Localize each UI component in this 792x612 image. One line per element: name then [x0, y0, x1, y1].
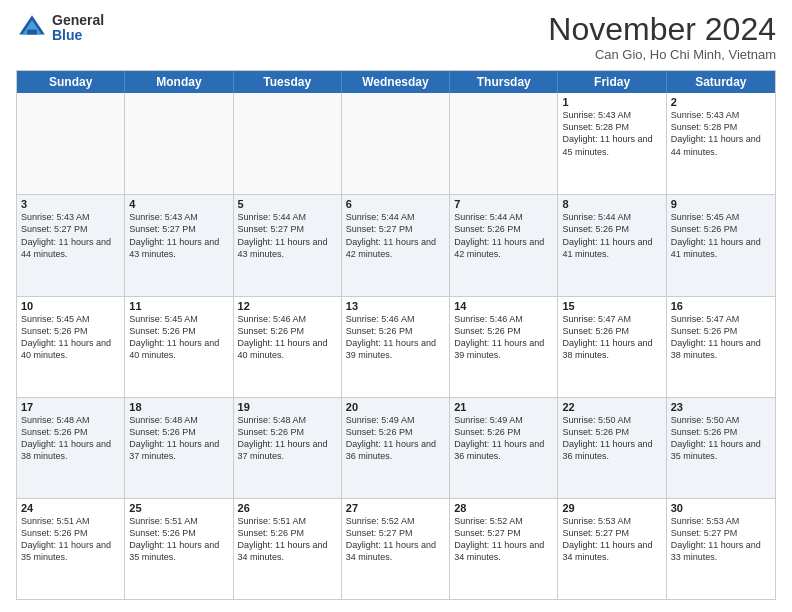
- table-row: 1Sunrise: 5:43 AMSunset: 5:28 PMDaylight…: [558, 93, 666, 194]
- day-number: 25: [129, 502, 228, 514]
- weekday-header-saturday: Saturday: [667, 71, 775, 93]
- table-row: 16Sunrise: 5:47 AMSunset: 5:26 PMDayligh…: [667, 297, 775, 397]
- day-number: 9: [671, 198, 771, 210]
- day-number: 28: [454, 502, 553, 514]
- day-info: Sunrise: 5:46 AMSunset: 5:26 PMDaylight:…: [238, 313, 337, 362]
- table-row: 12Sunrise: 5:46 AMSunset: 5:26 PMDayligh…: [234, 297, 342, 397]
- table-row: 14Sunrise: 5:46 AMSunset: 5:26 PMDayligh…: [450, 297, 558, 397]
- table-row: 9Sunrise: 5:45 AMSunset: 5:26 PMDaylight…: [667, 195, 775, 295]
- calendar-header: SundayMondayTuesdayWednesdayThursdayFrid…: [17, 71, 775, 93]
- calendar-body: 1Sunrise: 5:43 AMSunset: 5:28 PMDaylight…: [17, 93, 775, 599]
- weekday-header-friday: Friday: [558, 71, 666, 93]
- day-number: 4: [129, 198, 228, 210]
- day-number: 2: [671, 96, 771, 108]
- day-info: Sunrise: 5:49 AMSunset: 5:26 PMDaylight:…: [454, 414, 553, 463]
- page: General Blue November 2024 Can Gio, Ho C…: [0, 0, 792, 612]
- calendar-week-5: 24Sunrise: 5:51 AMSunset: 5:26 PMDayligh…: [17, 498, 775, 599]
- day-number: 11: [129, 300, 228, 312]
- table-row: 17Sunrise: 5:48 AMSunset: 5:26 PMDayligh…: [17, 398, 125, 498]
- table-row: 23Sunrise: 5:50 AMSunset: 5:26 PMDayligh…: [667, 398, 775, 498]
- calendar-week-4: 17Sunrise: 5:48 AMSunset: 5:26 PMDayligh…: [17, 397, 775, 498]
- day-number: 13: [346, 300, 445, 312]
- table-row: 4Sunrise: 5:43 AMSunset: 5:27 PMDaylight…: [125, 195, 233, 295]
- day-info: Sunrise: 5:48 AMSunset: 5:26 PMDaylight:…: [21, 414, 120, 463]
- day-info: Sunrise: 5:53 AMSunset: 5:27 PMDaylight:…: [671, 515, 771, 564]
- day-number: 1: [562, 96, 661, 108]
- day-info: Sunrise: 5:44 AMSunset: 5:26 PMDaylight:…: [562, 211, 661, 260]
- table-row: [450, 93, 558, 194]
- logo-blue-text: Blue: [52, 28, 104, 43]
- day-info: Sunrise: 5:44 AMSunset: 5:27 PMDaylight:…: [346, 211, 445, 260]
- logo-text: General Blue: [52, 13, 104, 44]
- table-row: 20Sunrise: 5:49 AMSunset: 5:26 PMDayligh…: [342, 398, 450, 498]
- table-row: 6Sunrise: 5:44 AMSunset: 5:27 PMDaylight…: [342, 195, 450, 295]
- day-number: 17: [21, 401, 120, 413]
- day-info: Sunrise: 5:53 AMSunset: 5:27 PMDaylight:…: [562, 515, 661, 564]
- day-number: 21: [454, 401, 553, 413]
- weekday-header-tuesday: Tuesday: [234, 71, 342, 93]
- day-number: 27: [346, 502, 445, 514]
- table-row: 19Sunrise: 5:48 AMSunset: 5:26 PMDayligh…: [234, 398, 342, 498]
- day-info: Sunrise: 5:43 AMSunset: 5:28 PMDaylight:…: [562, 109, 661, 158]
- logo-icon: [16, 12, 48, 44]
- day-number: 23: [671, 401, 771, 413]
- table-row: 8Sunrise: 5:44 AMSunset: 5:26 PMDaylight…: [558, 195, 666, 295]
- day-info: Sunrise: 5:49 AMSunset: 5:26 PMDaylight:…: [346, 414, 445, 463]
- day-number: 7: [454, 198, 553, 210]
- table-row: 10Sunrise: 5:45 AMSunset: 5:26 PMDayligh…: [17, 297, 125, 397]
- table-row: 26Sunrise: 5:51 AMSunset: 5:26 PMDayligh…: [234, 499, 342, 599]
- table-row: 24Sunrise: 5:51 AMSunset: 5:26 PMDayligh…: [17, 499, 125, 599]
- table-row: 22Sunrise: 5:50 AMSunset: 5:26 PMDayligh…: [558, 398, 666, 498]
- day-number: 22: [562, 401, 661, 413]
- table-row: [342, 93, 450, 194]
- table-row: 29Sunrise: 5:53 AMSunset: 5:27 PMDayligh…: [558, 499, 666, 599]
- day-number: 16: [671, 300, 771, 312]
- table-row: 21Sunrise: 5:49 AMSunset: 5:26 PMDayligh…: [450, 398, 558, 498]
- day-number: 26: [238, 502, 337, 514]
- day-number: 29: [562, 502, 661, 514]
- day-number: 24: [21, 502, 120, 514]
- day-info: Sunrise: 5:43 AMSunset: 5:28 PMDaylight:…: [671, 109, 771, 158]
- table-row: 3Sunrise: 5:43 AMSunset: 5:27 PMDaylight…: [17, 195, 125, 295]
- table-row: 2Sunrise: 5:43 AMSunset: 5:28 PMDaylight…: [667, 93, 775, 194]
- day-info: Sunrise: 5:43 AMSunset: 5:27 PMDaylight:…: [129, 211, 228, 260]
- day-info: Sunrise: 5:50 AMSunset: 5:26 PMDaylight:…: [562, 414, 661, 463]
- table-row: 30Sunrise: 5:53 AMSunset: 5:27 PMDayligh…: [667, 499, 775, 599]
- day-info: Sunrise: 5:45 AMSunset: 5:26 PMDaylight:…: [21, 313, 120, 362]
- table-row: 13Sunrise: 5:46 AMSunset: 5:26 PMDayligh…: [342, 297, 450, 397]
- day-info: Sunrise: 5:52 AMSunset: 5:27 PMDaylight:…: [346, 515, 445, 564]
- table-row: 28Sunrise: 5:52 AMSunset: 5:27 PMDayligh…: [450, 499, 558, 599]
- month-title: November 2024: [548, 12, 776, 47]
- weekday-header-monday: Monday: [125, 71, 233, 93]
- day-info: Sunrise: 5:44 AMSunset: 5:27 PMDaylight:…: [238, 211, 337, 260]
- day-number: 18: [129, 401, 228, 413]
- table-row: [125, 93, 233, 194]
- day-number: 10: [21, 300, 120, 312]
- table-row: 5Sunrise: 5:44 AMSunset: 5:27 PMDaylight…: [234, 195, 342, 295]
- logo-general-text: General: [52, 13, 104, 28]
- day-info: Sunrise: 5:48 AMSunset: 5:26 PMDaylight:…: [238, 414, 337, 463]
- day-number: 30: [671, 502, 771, 514]
- day-info: Sunrise: 5:51 AMSunset: 5:26 PMDaylight:…: [238, 515, 337, 564]
- day-number: 3: [21, 198, 120, 210]
- header: General Blue November 2024 Can Gio, Ho C…: [16, 12, 776, 62]
- weekday-header-thursday: Thursday: [450, 71, 558, 93]
- day-info: Sunrise: 5:46 AMSunset: 5:26 PMDaylight:…: [346, 313, 445, 362]
- day-info: Sunrise: 5:48 AMSunset: 5:26 PMDaylight:…: [129, 414, 228, 463]
- location: Can Gio, Ho Chi Minh, Vietnam: [548, 47, 776, 62]
- table-row: 25Sunrise: 5:51 AMSunset: 5:26 PMDayligh…: [125, 499, 233, 599]
- day-info: Sunrise: 5:50 AMSunset: 5:26 PMDaylight:…: [671, 414, 771, 463]
- day-number: 8: [562, 198, 661, 210]
- table-row: [17, 93, 125, 194]
- day-number: 14: [454, 300, 553, 312]
- day-info: Sunrise: 5:52 AMSunset: 5:27 PMDaylight:…: [454, 515, 553, 564]
- table-row: 18Sunrise: 5:48 AMSunset: 5:26 PMDayligh…: [125, 398, 233, 498]
- table-row: 7Sunrise: 5:44 AMSunset: 5:26 PMDaylight…: [450, 195, 558, 295]
- day-info: Sunrise: 5:51 AMSunset: 5:26 PMDaylight:…: [21, 515, 120, 564]
- table-row: 11Sunrise: 5:45 AMSunset: 5:26 PMDayligh…: [125, 297, 233, 397]
- day-info: Sunrise: 5:51 AMSunset: 5:26 PMDaylight:…: [129, 515, 228, 564]
- weekday-header-wednesday: Wednesday: [342, 71, 450, 93]
- calendar-week-1: 1Sunrise: 5:43 AMSunset: 5:28 PMDaylight…: [17, 93, 775, 194]
- day-info: Sunrise: 5:47 AMSunset: 5:26 PMDaylight:…: [562, 313, 661, 362]
- day-info: Sunrise: 5:44 AMSunset: 5:26 PMDaylight:…: [454, 211, 553, 260]
